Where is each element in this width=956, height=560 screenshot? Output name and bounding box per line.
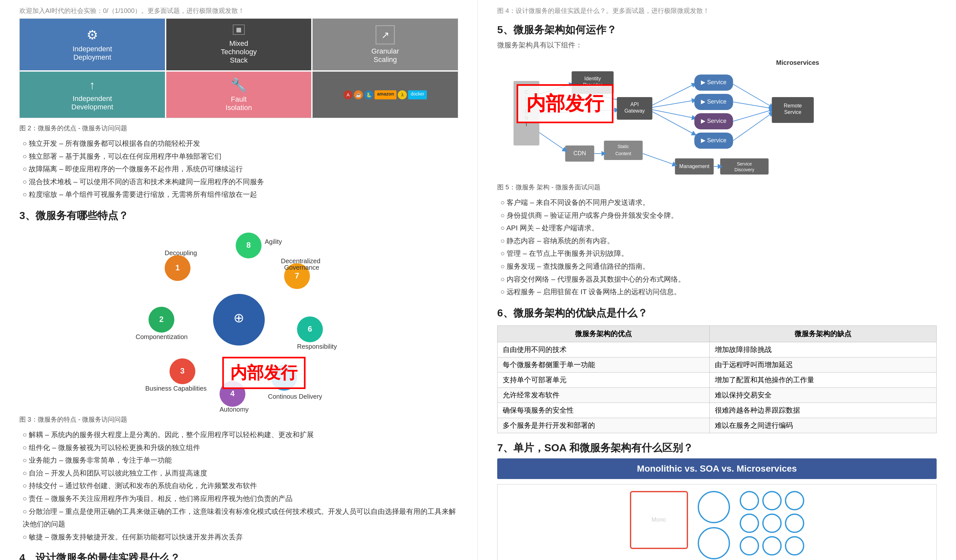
js-icon: λ: [398, 90, 407, 99]
svg-line-59: [733, 113, 772, 141]
svg-text:API: API: [631, 102, 639, 107]
svg-line-65: [539, 133, 565, 150]
svg-text:⊕: ⊕: [233, 311, 244, 325]
char-cell-fault: 🔧 FaultIsolation: [166, 72, 311, 118]
svg-line-75: [643, 154, 675, 165]
bullet-item: 客户端 – 来自不同设备的不同用户发送请求。: [500, 196, 937, 209]
arch-diagram-wrapper: 内部发行 C L I E N T Identity Provider API G…: [497, 55, 937, 178]
section4-title: 4、设计微服务的最佳实践是什么？: [19, 551, 458, 560]
micro-circle: [785, 491, 804, 510]
table-cell: 多个服务是并行开发和部署的: [497, 418, 710, 433]
gear-icon: ⚙: [86, 27, 98, 42]
java-icon: ☕: [354, 90, 363, 99]
table-row: 自由使用不同的技术 增加故障排除挑战: [497, 342, 937, 357]
svg-text:7: 7: [295, 271, 299, 280]
bullet-item: 组件化 – 微服务被视为可以轻松更换和升级的独立组件: [23, 441, 458, 454]
table-row: 允许经常发布软件 难以保持交易安全: [497, 387, 937, 403]
table-row: 每个微服务都侧重于单一功能 由于远程呼叫而增加延迟: [497, 357, 937, 372]
micro-circle: [762, 513, 781, 533]
bullet-item: 管理 – 在节点上平衡服务并识别故障。: [500, 247, 937, 260]
section3-wrapper: 3、微服务有哪些特点？ 内部发行 ⊕ 1 Decoupling 2 Compon…: [19, 209, 458, 543]
microservices-column: [740, 491, 804, 555]
bullet-item: 敏捷 – 微服务支持敏捷开发。任何新功能都可以快速开发并再次丢弃: [23, 531, 458, 544]
fig2-bullets: 独立开发 – 所有微服务都可以根据各自的功能轻松开发 独立部署 – 基于其服务，…: [19, 137, 458, 201]
angular-icon: A: [344, 90, 352, 99]
svg-rect-66: [604, 141, 643, 160]
monolithic-column: Mono: [630, 491, 688, 549]
svg-text:▶ Service: ▶ Service: [701, 137, 726, 144]
internal-stamp-right: 内部发行: [517, 84, 613, 123]
bullet-item: 混合技术堆栈 – 可以使用不同的语言和技术来构建同一应用程序的不同服务: [23, 176, 458, 188]
svg-text:2: 2: [159, 315, 164, 323]
bullet-item: 静态内容 – 容纳系统的所有内容。: [500, 235, 937, 248]
bullet-item: 业务能力 – 微服务非常简单，专注于单一功能: [23, 454, 458, 467]
bullet-item: 责任 – 微服务不关注应用程序作为项目。相反，他们将应用程序视为他们负责的产品: [23, 492, 458, 505]
table-cell: 确保每项服务的安全性: [497, 403, 710, 418]
svg-text:Remote: Remote: [784, 103, 802, 108]
section7-title: 7、单片，SOA 和微服务架构有什么区别？: [497, 441, 937, 455]
right-page: 图 4：设计微服务的最佳实践是什么？。更多面试题，进行极限微观发散！ 5、微服务…: [478, 0, 956, 560]
table-row: 确保每项服务的安全性 很难跨越各种边界跟踪数据: [497, 403, 937, 418]
bullet-item: API 网关 – 处理客户端请求。: [500, 222, 937, 235]
left-page: 欢迎加入AI时代的社会实验：0/（1/1000）。更多面试题，进行极限微观发散！…: [0, 0, 478, 560]
svg-text:▶ Service: ▶ Service: [701, 79, 726, 85]
fig5-bullets: 客户端 – 来自不同设备的不同用户发送请求。 身份提供商 – 验证证用户或客户身…: [497, 196, 937, 298]
arrow-up-icon: ↑: [90, 78, 95, 92]
left-watermark: 欢迎加入AI时代的社会实验：0/（1/1000）。更多面试题，进行极限微观发散！: [19, 6, 458, 15]
svg-text:Decentralized: Decentralized: [281, 257, 320, 265]
svg-line-46: [653, 111, 695, 134]
characteristics-grid: ⚙ IndependentDeployment ▦ MixedTechnolog…: [19, 18, 458, 118]
table-cell: 自由使用不同的技术: [497, 342, 710, 357]
bullet-item: 持续交付 – 通过软件创建、测试和发布的系统自动化，允许频繁发布软件: [23, 479, 458, 492]
svg-text:1: 1: [175, 263, 179, 272]
fig3-bullets: 解耦 – 系统内的服务很大程度上是分离的。因此，整个应用程序可以轻松构建、更改和…: [19, 428, 458, 543]
bullet-item: 内容交付网络 – 代理服务器及其数据中心的分布式网络。: [500, 273, 937, 286]
svg-text:Discovery: Discovery: [734, 167, 754, 172]
right-watermark: 图 4：设计微服务的最佳实践是什么？。更多面试题，进行极限微观发散！: [497, 6, 937, 15]
bullet-item: 自治 – 开发人员和团队可以彼此独立工作，从而提高速度: [23, 467, 458, 480]
svg-text:Agility: Agility: [265, 238, 282, 245]
tech-icons: A ☕ 🐍 amazon λ docker: [344, 90, 427, 99]
bullet-item: 远程服务 – 启用驻留在 IT 设备网络上的远程访问信息。: [500, 285, 937, 298]
soa-circles: [698, 491, 730, 559]
table-cell: 每个微服务都侧重于单一功能: [497, 357, 710, 372]
docker-icon: docker: [408, 90, 427, 99]
mono-diagram-title: Monolithic vs. SOA vs. Microservices: [497, 458, 937, 479]
bullet-item: 独立开发 – 所有微服务都可以根据各自的功能轻松开发: [23, 137, 458, 150]
bullet-item: 服务发现 – 查找微服务之间通信路径的指南。: [500, 260, 937, 273]
svg-text:6: 6: [308, 325, 312, 333]
fig5-caption: 图 5：微服务 架构 - 微服务面试问题: [497, 183, 937, 191]
svg-text:CDN: CDN: [573, 150, 586, 157]
bullet-item: 独立部署 – 基于其服务，可以在任何应用程序中单独部署它们: [23, 150, 458, 163]
fig2-caption: 图 2：微服务的优点 - 微服务访问问题: [19, 124, 458, 133]
bullet-item: 分散治理 – 重点是使用正确的工具来做正确的工作，这意味着没有标准化模式或任何技…: [23, 505, 458, 531]
svg-text:8: 8: [246, 241, 250, 249]
svg-text:Identity: Identity: [584, 76, 601, 81]
bullet-item: 故障隔离 – 即使应用程序的一个微服务不起作用，系统仍可继续运行: [23, 163, 458, 176]
table-cell: 允许经常发布软件: [497, 387, 710, 403]
svg-text:Service: Service: [784, 109, 801, 115]
python-icon: 🐍: [364, 90, 373, 99]
svg-line-56: [733, 84, 772, 107]
section5-sub: 微服务架构具有以下组件：: [497, 40, 937, 50]
pros-cons-table: 微服务架构的优点 微服务架构的缺点 自由使用不同的技术 增加故障排除挑战 每个微…: [497, 325, 937, 433]
amazon-icon: amazon: [374, 90, 396, 99]
svg-text:Governance: Governance: [284, 264, 319, 271]
svg-text:Decoupling: Decoupling: [165, 249, 197, 256]
svg-line-58: [733, 110, 772, 121]
svg-line-44: [653, 100, 695, 107]
svg-text:Service: Service: [737, 161, 752, 166]
char-cell-scaling: ↗ GranularScaling: [313, 19, 458, 70]
svg-text:Continous Delivery: Continous Delivery: [268, 393, 322, 400]
svg-line-43: [653, 84, 695, 105]
svg-line-57: [733, 102, 772, 108]
bullet-item: 身份提供商 – 验证证用户或客户身份并颁发安全令牌。: [500, 209, 937, 222]
section6-title: 6、微服务架构的优缺点是什么？: [497, 306, 937, 320]
char-cell-dev: ↑ IndependentDevelopment: [20, 72, 165, 118]
table-cell: 很难跨越各种边界跟踪数据: [710, 403, 937, 418]
section5-title: 5、微服务架构如何运作？: [497, 23, 937, 37]
fault-icon: 🔧: [231, 77, 247, 93]
soa-circle: [698, 527, 730, 559]
table-cell: 难以保持交易安全: [710, 387, 937, 403]
micro-circle: [785, 513, 804, 533]
